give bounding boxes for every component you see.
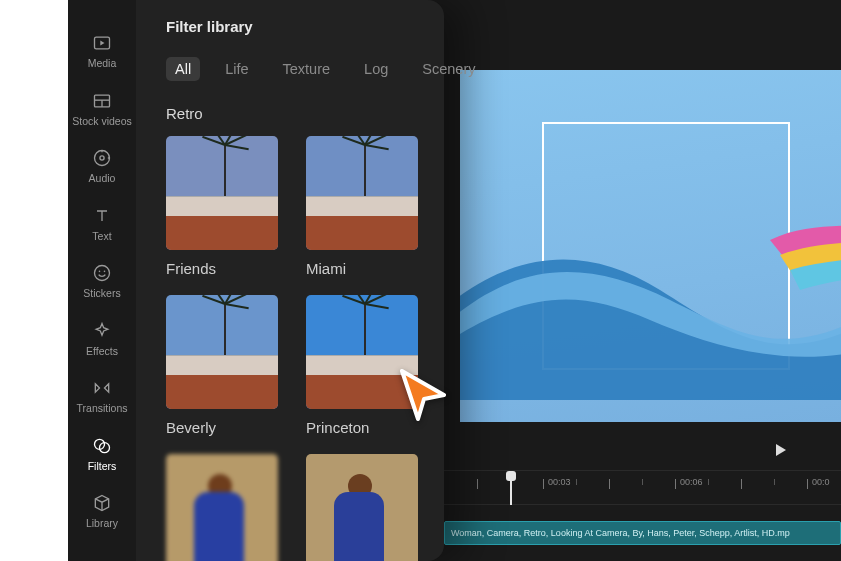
svg-point-5 bbox=[100, 156, 104, 160]
sidebar-item-label: Filters bbox=[88, 461, 117, 473]
filter-section-label: Retro bbox=[166, 105, 420, 122]
sidebar-item-filters[interactable]: Filters bbox=[70, 427, 134, 483]
cursor-pointer-icon bbox=[396, 367, 452, 423]
disc-icon bbox=[91, 147, 113, 169]
svg-point-7 bbox=[99, 271, 101, 273]
filter-card-row3b[interactable] bbox=[306, 454, 418, 561]
sidebar-item-label: Media bbox=[88, 58, 117, 70]
tab-life[interactable]: Life bbox=[216, 57, 257, 81]
timeline-ruler[interactable]: 00:03 00:06 00:0 bbox=[444, 471, 841, 505]
filter-category-tabs: All Life Texture Log Scenery bbox=[166, 57, 420, 81]
tab-scenery[interactable]: Scenery bbox=[413, 57, 484, 81]
tick-label: 00:0 bbox=[812, 477, 830, 487]
tab-all[interactable]: All bbox=[166, 57, 200, 81]
filter-thumbnail bbox=[166, 454, 278, 561]
sidebar-item-text[interactable]: Text bbox=[70, 197, 134, 253]
tab-texture[interactable]: Texture bbox=[274, 57, 340, 81]
filter-card-miami[interactable]: Miami bbox=[306, 136, 418, 277]
timeline-clip[interactable]: Woman, Camera, Retro, Looking At Camera,… bbox=[444, 521, 841, 545]
svg-point-4 bbox=[95, 151, 110, 166]
filters-icon bbox=[91, 435, 113, 457]
filter-name: Friends bbox=[166, 260, 278, 277]
sidebar-item-stock-videos[interactable]: Stock videos bbox=[70, 82, 134, 138]
sidebar-item-label: Stickers bbox=[83, 288, 120, 300]
svg-point-6 bbox=[95, 266, 110, 281]
filter-card-row3a[interactable] bbox=[166, 454, 278, 561]
filter-name: Miami bbox=[306, 260, 418, 277]
filter-thumbnail bbox=[166, 136, 278, 250]
sidebar-item-label: Library bbox=[86, 518, 118, 530]
sidebar-item-transitions[interactable]: Transitions bbox=[70, 369, 134, 425]
filter-card-beverly[interactable]: Beverly bbox=[166, 295, 278, 436]
sidebar-item-label: Audio bbox=[89, 173, 116, 185]
filter-library-panel: Filter library All Life Texture Log Scen… bbox=[136, 0, 444, 561]
sparkle-icon bbox=[91, 320, 113, 342]
play-square-icon bbox=[91, 32, 113, 54]
sidebar-item-label: Text bbox=[92, 231, 111, 243]
sidebar-item-media[interactable]: Media bbox=[70, 24, 134, 80]
filter-name: Beverly bbox=[166, 419, 278, 436]
panel-title: Filter library bbox=[166, 18, 420, 35]
preview-area bbox=[444, 50, 841, 445]
layout-icon bbox=[91, 90, 113, 112]
tick-label: 00:03 bbox=[548, 477, 571, 487]
tab-log[interactable]: Log bbox=[355, 57, 397, 81]
tick-label: 00:06 bbox=[680, 477, 703, 487]
cube-icon bbox=[91, 492, 113, 514]
timeline[interactable]: 00:03 00:06 00:0 Woman, Camera, Retro, L… bbox=[444, 470, 841, 561]
playhead[interactable] bbox=[510, 473, 512, 505]
sidebar-item-effects[interactable]: Effects bbox=[70, 312, 134, 368]
filter-thumbnail bbox=[166, 295, 278, 409]
tool-sidebar: Media Stock videos Audio Text Stickers E… bbox=[68, 0, 136, 561]
smile-icon bbox=[91, 262, 113, 284]
filter-thumbnail bbox=[306, 454, 418, 561]
sidebar-item-library[interactable]: Library bbox=[70, 484, 134, 540]
filter-grid: Friends Miami bbox=[166, 136, 420, 561]
svg-point-8 bbox=[104, 271, 106, 273]
sidebar-item-label: Transitions bbox=[77, 403, 128, 415]
filter-thumbnail bbox=[306, 136, 418, 250]
filter-card-friends[interactable]: Friends bbox=[166, 136, 278, 277]
sidebar-item-audio[interactable]: Audio bbox=[70, 139, 134, 195]
video-preview[interactable] bbox=[460, 70, 841, 422]
transitions-icon bbox=[91, 377, 113, 399]
text-icon bbox=[91, 205, 113, 227]
sidebar-item-stickers[interactable]: Stickers bbox=[70, 254, 134, 310]
play-icon[interactable] bbox=[775, 443, 787, 461]
sidebar-item-label: Stock videos bbox=[72, 116, 132, 128]
sidebar-item-label: Effects bbox=[86, 346, 118, 358]
